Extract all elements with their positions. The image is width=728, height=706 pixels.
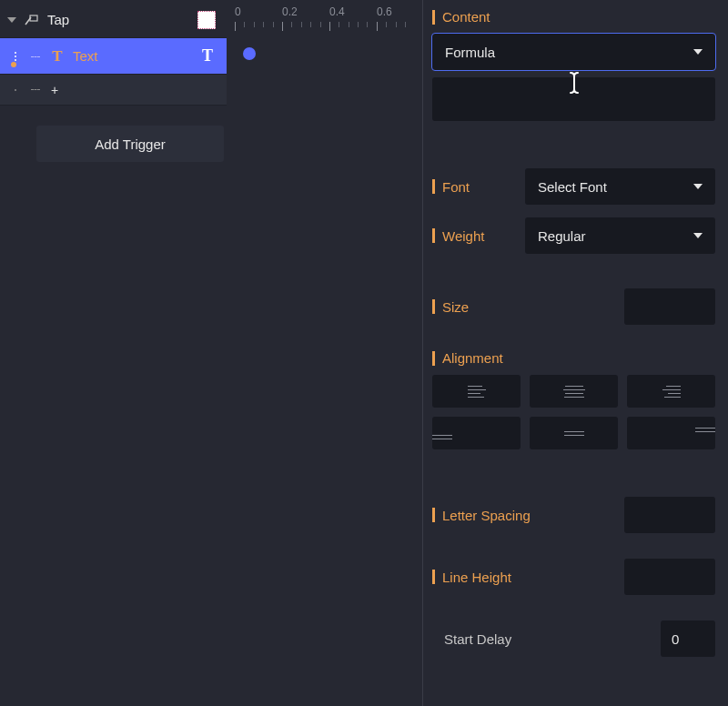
tree-add-row[interactable]: + <box>0 75 227 106</box>
plus-icon: + <box>51 83 58 97</box>
keyframe-marker[interactable] <box>243 47 256 60</box>
ruler-tick: 0 <box>235 5 282 18</box>
content-type-select[interactable]: Formula <box>432 34 715 70</box>
layer-indicator-dot <box>11 62 16 67</box>
tree-connector <box>31 89 40 90</box>
size-label: Size <box>432 299 469 315</box>
font-select[interactable]: Select Font <box>525 168 715 205</box>
timeline-area: 0 0.2 0.4 0.6 <box>235 0 426 36</box>
tree-row-tap[interactable]: Tap <box>0 2 227 38</box>
properties-panel: Content Formula Font Select Font Weight <box>423 0 728 706</box>
align-top-button[interactable] <box>432 417 521 449</box>
tree-connector <box>31 55 40 57</box>
start-delay-input[interactable]: 0 <box>661 620 715 657</box>
align-center-button[interactable] <box>530 375 618 408</box>
alignment-label: Alignment <box>432 350 715 366</box>
weight-select[interactable]: Regular <box>525 217 715 254</box>
formula-input[interactable] <box>432 77 715 121</box>
svg-rect-0 <box>30 15 37 21</box>
letter-spacing-label: Letter Spacing <box>432 508 531 523</box>
tree-rail <box>7 52 24 61</box>
chevron-down-icon <box>693 49 703 55</box>
weight-label: Weight <box>432 228 516 244</box>
select-value: Regular <box>538 228 586 244</box>
letter-spacing-input[interactable] <box>624 497 715 533</box>
tree-label: Tap <box>47 12 190 27</box>
align-middle-button[interactable] <box>530 417 618 449</box>
timeline-ruler[interactable]: 0 0.2 0.4 0.6 <box>235 0 426 36</box>
chevron-down-icon <box>693 233 703 238</box>
hierarchy-panel: Tap T Text T + Add Trigger <box>0 0 423 706</box>
line-height-label: Line Height <box>432 570 511 585</box>
add-trigger-button[interactable]: Add Trigger <box>36 126 224 162</box>
ruler-tick: 0.2 <box>282 5 329 18</box>
align-bottom-button[interactable] <box>627 417 715 449</box>
text-icon: T <box>49 48 66 65</box>
add-trigger-label: Add Trigger <box>95 136 166 152</box>
align-left-button[interactable] <box>432 375 521 408</box>
ruler-tick: 0.6 <box>377 5 424 18</box>
chevron-down-icon <box>693 184 703 189</box>
font-label: Font <box>432 179 516 195</box>
start-delay-label: Start Delay <box>444 631 511 647</box>
text-cursor-icon <box>566 70 582 96</box>
text-type-icon: T <box>199 48 216 65</box>
ruler-tick: 0.4 <box>329 5 377 18</box>
line-height-input[interactable] <box>624 559 715 595</box>
tree-row-text[interactable]: T Text T <box>0 38 227 75</box>
align-right-button[interactable] <box>627 375 715 408</box>
ruler-marks <box>235 22 426 29</box>
size-input[interactable] <box>624 288 715 325</box>
select-value: Formula <box>445 45 495 60</box>
caret-down-icon <box>7 17 16 23</box>
color-swatch[interactable] <box>197 11 216 29</box>
content-label: Content <box>432 9 715 25</box>
select-value: Select Font <box>538 179 607 195</box>
tap-gesture-icon <box>24 12 40 28</box>
tree-label: Text <box>73 48 192 64</box>
